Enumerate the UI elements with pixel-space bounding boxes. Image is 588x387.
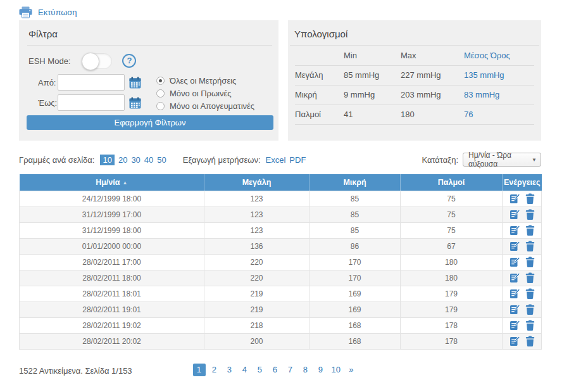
from-label: Από: [38,78,58,87]
esh-mode-toggle[interactable] [82,53,112,69]
to-date-row: Έως: [38,94,141,111]
to-label: Έως: [38,98,58,108]
table-row: 31/12/1999 18:001238575 [20,222,542,238]
page-10[interactable]: 10 [329,364,342,376]
edit-icon[interactable] [510,241,520,251]
from-date-input[interactable] [58,74,125,91]
radio-morning-only[interactable]: Μόνο οι Πρωινές [156,87,232,99]
page-5[interactable]: 5 [253,364,266,376]
page-7[interactable]: 7 [284,364,296,376]
table-row: 31/12/1999 17:001238575 [20,206,542,222]
rows-per-page-30[interactable]: 30 [131,155,140,165]
results-summary: 1522 Αντικείμενα. Σελίδα 1/153 [19,366,132,376]
filters-title: Φίλτρα [28,29,58,39]
page-8[interactable]: 8 [299,364,311,376]
table-row: 24/12/1999 18:001238575 [20,191,542,206]
calc-col-empty [295,46,344,65]
page-6[interactable]: 6 [268,364,281,376]
delete-icon[interactable] [525,288,535,299]
measurements-table: Ημ/νία▲ Μεγάλη Μικρή Παλμοί Ενέργειες 24… [19,174,542,350]
rows-per-page-40[interactable]: 40 [144,155,153,165]
column-header-date[interactable]: Ημ/νία▲ [20,174,204,191]
edit-icon[interactable] [510,304,520,315]
from-date-row: Από: [38,74,141,91]
edit-icon[interactable] [510,320,520,331]
delete-icon[interactable] [525,209,535,220]
apply-filters-button[interactable]: Εφαρμογή Φίλτρων [27,115,273,130]
delete-icon[interactable] [525,193,535,204]
radio-icon [156,102,165,110]
printer-icon [19,6,32,18]
radio-icon [156,77,165,85]
edit-icon[interactable] [510,336,520,346]
page-3[interactable]: 3 [223,364,235,376]
edit-icon[interactable] [510,288,520,299]
table-row: 01/01/2000 00:001368667 [20,238,542,254]
list-controls: Γραμμές ανά σελίδα: 10 20 30 40 50 Εξαγω… [19,153,541,167]
calculations-table: Min Max Μέσος Όρος Μεγάλη 85 mmHg 227 mm… [295,46,534,125]
table-footer: 1522 Αντικείμενα. Σελίδα 1/153 1 2 3 4 5… [19,364,541,379]
edit-icon[interactable] [510,209,520,220]
edit-icon[interactable] [510,193,520,204]
table-row: 28/02/2011 19:02218168178 [20,317,542,333]
esh-mode-label: ESH Mode: [28,56,70,66]
rows-per-page-label: Γραμμές ανά σελίδα: [19,155,94,165]
page-4[interactable]: 4 [238,364,251,376]
chevron-down-icon: ▼ [532,157,537,163]
page-2[interactable]: 2 [208,364,220,376]
calc-row-systolic: Μεγάλη 85 mmHg 227 mmHg 135 mmHg [295,65,534,85]
print-label: Εκτύπωση [38,8,77,17]
rows-per-page-50[interactable]: 50 [157,155,166,165]
calc-col-average: Μέσος Όρος [464,46,534,65]
column-header-systolic[interactable]: Μεγάλη [204,174,310,191]
delete-icon[interactable] [525,257,535,267]
delete-icon[interactable] [525,225,535,236]
sort-select[interactable]: Ημ/νία - Ώρα αύξουσα ▼ [463,153,541,167]
page-1[interactable]: 1 [192,364,205,376]
sort-label: Κατάταξη: [422,155,458,165]
calc-row-diastolic: Μικρή 9 mmHg 203 mmHg 83 mmHg [295,85,534,105]
delete-icon[interactable] [525,241,535,251]
delete-icon[interactable] [525,320,535,331]
export-excel-link[interactable]: Excel [266,155,286,165]
column-header-actions: Ενέργειες [503,174,542,191]
calculations-title: Υπολογισμοί [294,29,347,39]
panels: Φίλτρα ESH Mode: ? Από: Έως: [19,20,541,141]
page-9[interactable]: 9 [314,364,327,376]
table-row: 28/02/2011 17:00220170180 [20,254,542,270]
calc-row-pulse: Παλμοί 41 180 76 [295,105,534,124]
edit-icon[interactable] [510,272,520,283]
table-row: 28/02/2011 20:02200168178 [20,333,542,349]
delete-icon[interactable] [525,304,535,315]
from-calendar-icon[interactable] [128,76,141,89]
table-row: 28/02/2011 18:01219169179 [20,286,542,301]
rows-per-page-10[interactable]: 10 [100,155,114,165]
calc-col-max: Max [401,46,464,65]
delete-icon[interactable] [525,336,535,346]
table-row: 28/02/2011 18:00220170180 [20,270,542,286]
sort-control: Κατάταξη: Ημ/νία - Ώρα αύξουσα ▼ [422,153,541,167]
filters-panel: Φίλτρα ESH Mode: ? Από: Έως: [19,20,278,141]
table-row: 28/02/2011 19:01219169179 [20,301,542,317]
export-pdf-link[interactable]: PDF [289,155,306,165]
column-header-diastolic[interactable]: Μικρή [310,174,401,191]
radio-all-measurements[interactable]: Όλες οι Μετρήσεις [156,74,236,87]
calculations-panel: Υπολογισμοί Min Max Μέσος Όρος Μεγάλη 85… [288,20,541,141]
to-calendar-icon[interactable] [128,96,141,109]
print-button[interactable]: Εκτύπωση [19,6,77,18]
help-icon[interactable]: ? [122,54,136,68]
calc-col-min: Min [344,46,401,65]
radio-afternoon-only[interactable]: Μόνο οι Απογευματινές [156,99,254,112]
radio-icon [156,89,165,98]
sort-selected-value: Ημ/νία - Ώρα αύξουσα [468,151,532,168]
next-page-button[interactable]: » [345,364,358,376]
delete-icon[interactable] [525,272,535,283]
table-header-row: Ημ/νία▲ Μεγάλη Μικρή Παλμοί Ενέργειες [20,174,542,191]
divider [27,45,272,46]
edit-icon[interactable] [510,225,520,236]
rows-per-page-20[interactable]: 20 [118,155,127,165]
to-date-input[interactable] [58,94,125,111]
column-header-pulse[interactable]: Παλμοί [401,174,503,191]
pagination: 1 2 3 4 5 6 7 8 9 10 » [192,364,357,376]
edit-icon[interactable] [510,257,520,267]
